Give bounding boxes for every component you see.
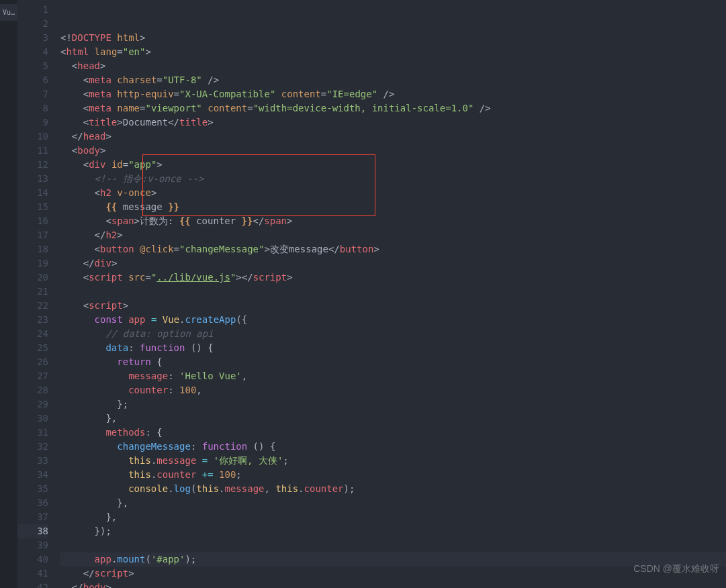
line-number[interactable]: 14: [17, 186, 48, 200]
line-number[interactable]: 7: [17, 87, 48, 101]
code-line[interactable]: <div id="app">: [60, 158, 726, 172]
code-line[interactable]: <head>: [60, 59, 726, 73]
line-number[interactable]: 10: [17, 130, 48, 144]
line-number[interactable]: 11: [17, 144, 48, 158]
line-number[interactable]: 2: [17, 17, 48, 31]
line-number[interactable]: 41: [17, 567, 48, 581]
code-line[interactable]: console.log(this.message, this.counter);: [60, 482, 726, 496]
code-line[interactable]: message: 'Hello Vue',: [60, 369, 726, 383]
line-number[interactable]: 1: [17, 3, 48, 17]
code-line[interactable]: app.mount('#app');: [60, 552, 726, 567]
code-line[interactable]: <meta http-equiv="X-UA-Compatible" conte…: [60, 87, 726, 101]
code-line[interactable]: methods: {: [60, 426, 726, 440]
code-line[interactable]: this.counter += 100;: [60, 468, 726, 482]
code-line[interactable]: };: [60, 397, 726, 411]
line-number[interactable]: 12: [17, 158, 48, 172]
line-number[interactable]: 33: [17, 454, 48, 468]
line-number[interactable]: 23: [17, 313, 48, 327]
code-line[interactable]: <body>: [60, 144, 726, 158]
line-number[interactable]: 19: [17, 256, 48, 271]
line-number[interactable]: 27: [17, 369, 48, 383]
line-number[interactable]: 17: [17, 228, 48, 242]
line-number[interactable]: 24: [17, 327, 48, 341]
line-number-gutter: 1234567891011121314151617181920212223242…: [17, 0, 60, 588]
line-number[interactable]: 20: [17, 271, 48, 285]
code-line[interactable]: counter: 100,: [60, 383, 726, 397]
code-line[interactable]: <script src="../lib/vue.js"></script>: [60, 271, 726, 285]
code-line[interactable]: changeMessage: function () {: [60, 440, 726, 454]
line-number[interactable]: 29: [17, 397, 48, 411]
code-line[interactable]: },: [60, 411, 726, 426]
line-number[interactable]: 16: [17, 214, 48, 228]
line-number[interactable]: 31: [17, 426, 48, 440]
line-number[interactable]: 9: [17, 115, 48, 130]
code-line[interactable]: </body>: [60, 581, 726, 588]
code-line[interactable]: </script>: [60, 567, 726, 581]
line-number[interactable]: 39: [17, 538, 48, 552]
code-line[interactable]: const app = Vue.createApp({: [60, 313, 726, 327]
code-line[interactable]: data: function () {: [60, 341, 726, 355]
code-line[interactable]: <title>Document</title>: [60, 115, 726, 130]
code-line[interactable]: return {: [60, 355, 726, 369]
code-line[interactable]: <!-- 指令:v-once -->: [60, 172, 726, 186]
code-line[interactable]: <span>计数为: {{ counter }}</span>: [60, 214, 726, 228]
line-number[interactable]: 42: [17, 581, 48, 588]
line-number[interactable]: 28: [17, 383, 48, 397]
code-line[interactable]: <!DOCTYPE html>: [60, 31, 726, 45]
code-line[interactable]: [60, 538, 726, 552]
line-number[interactable]: 26: [17, 355, 48, 369]
watermark: CSDN @覆水难收呀: [633, 562, 719, 576]
line-number[interactable]: 3: [17, 31, 48, 45]
line-number[interactable]: 36: [17, 496, 48, 510]
code-line[interactable]: },: [60, 510, 726, 524]
line-number[interactable]: 22: [17, 299, 48, 313]
code-line[interactable]: <h2 v-once>: [60, 186, 726, 200]
line-number[interactable]: 25: [17, 341, 48, 355]
code-line[interactable]: },: [60, 496, 726, 510]
line-number[interactable]: 40: [17, 552, 48, 567]
code-line[interactable]: });: [60, 524, 726, 538]
sidebar-tab[interactable]: Vu…: [0, 4, 17, 21]
code-line[interactable]: </h2>: [60, 228, 726, 242]
line-number[interactable]: 30: [17, 411, 48, 426]
code-line[interactable]: <meta charset="UTF-8" />: [60, 73, 726, 87]
line-number[interactable]: 15: [17, 200, 48, 214]
line-number[interactable]: 6: [17, 73, 48, 87]
line-number[interactable]: 37: [17, 510, 48, 524]
code-line[interactable]: <script>: [60, 299, 726, 313]
code-line[interactable]: {{ message }}: [60, 200, 726, 214]
code-line[interactable]: <html lang="en">: [60, 45, 726, 59]
line-number[interactable]: 5: [17, 59, 48, 73]
code-line[interactable]: <button @click="changeMessage">改变message…: [60, 242, 726, 256]
line-number[interactable]: 13: [17, 172, 48, 186]
code-area[interactable]: <!DOCTYPE html><html lang="en"> <head> <…: [60, 0, 726, 588]
line-number[interactable]: 38: [17, 524, 48, 538]
code-line[interactable]: <meta name="viewport" content="width=dev…: [60, 101, 726, 115]
file-sidebar[interactable]: Vu…: [0, 0, 17, 588]
code-line[interactable]: this.message = '你好啊, 大侠';: [60, 454, 726, 468]
code-line[interactable]: [60, 285, 726, 299]
line-number[interactable]: 32: [17, 440, 48, 454]
code-editor: Vu… 123456789101112131415161718192021222…: [0, 0, 726, 588]
line-number[interactable]: 35: [17, 482, 48, 496]
code-line[interactable]: </head>: [60, 130, 726, 144]
line-number[interactable]: 18: [17, 242, 48, 256]
code-line[interactable]: // data: option api: [60, 327, 726, 341]
line-number[interactable]: 8: [17, 101, 48, 115]
line-number[interactable]: 34: [17, 468, 48, 482]
code-line[interactable]: </div>: [60, 256, 726, 271]
line-number[interactable]: 4: [17, 45, 48, 59]
line-number[interactable]: 21: [17, 285, 48, 299]
